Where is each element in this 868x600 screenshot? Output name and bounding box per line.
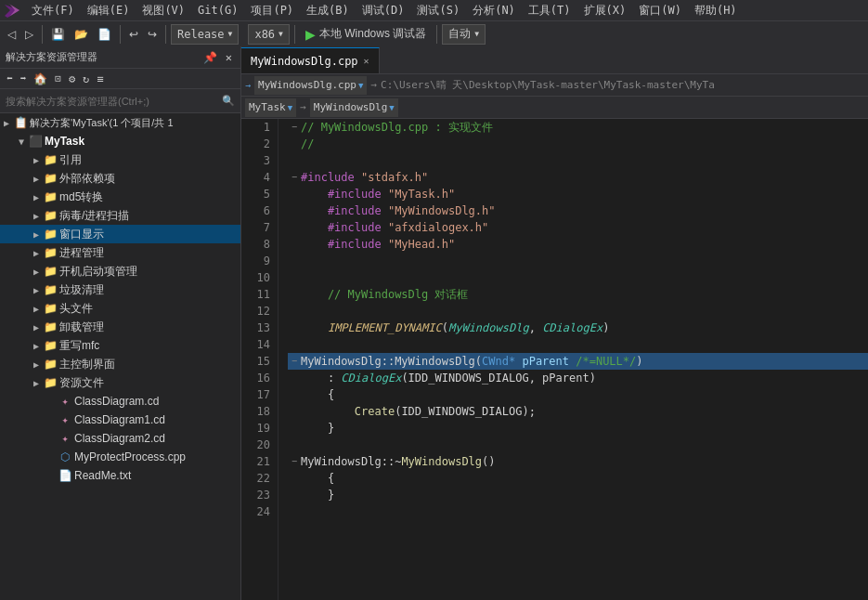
- tree-project[interactable]: ▼ ⬛ MyTask: [0, 132, 240, 150]
- platform-dropdown[interactable]: x86 ▼: [248, 24, 290, 45]
- sidebar-settings-icon[interactable]: ⚙: [66, 72, 78, 86]
- list-item[interactable]: ▶ 📁 头文件: [0, 299, 240, 318]
- list-item[interactable]: ▶ 📁 重写mfc: [0, 336, 240, 355]
- sidebar-pin-icon[interactable]: 📌: [201, 50, 220, 65]
- toolbar-new-file[interactable]: 📄: [94, 26, 115, 43]
- list-item[interactable]: ▶ 📁 开机启动项管理: [0, 262, 240, 280]
- fold-indicator: [288, 303, 301, 320]
- class-dropdown[interactable]: MyTask ▼: [245, 98, 296, 117]
- cd2-label: ClassDiagram1.cd: [72, 413, 165, 426]
- code-line-24: [288, 503, 868, 520]
- fold-indicator: [288, 336, 301, 353]
- fold-indicator[interactable]: −: [288, 353, 301, 370]
- method-arrow-icon: ▼: [389, 103, 394, 112]
- window-icon: 📁: [43, 228, 58, 241]
- toolbar-open[interactable]: 📂: [71, 26, 92, 43]
- list-item[interactable]: ▶ 📁 外部依赖项: [0, 169, 240, 188]
- list-item[interactable]: ▶ 📁 垃圾清理: [0, 280, 240, 299]
- method-dropdown[interactable]: MyWindowsDlg ▼: [310, 98, 398, 117]
- toolbar-redo[interactable]: ↪: [144, 26, 161, 43]
- list-item[interactable]: ▶ 📁 窗口显示: [0, 225, 240, 243]
- sidebar-home-icon[interactable]: 🏠: [31, 72, 50, 86]
- menu-analyze[interactable]: 分析(N): [467, 1, 521, 20]
- list-item[interactable]: ▶ 📄 ReadMe.txt: [0, 466, 240, 485]
- tab-mywindowsdlg[interactable]: MyWindowsDlg.cpp ✕: [241, 47, 380, 73]
- list-item[interactable]: ▶ 📁 进程管理: [0, 243, 240, 262]
- code-line-11: // MyWindowsDlg 对话框: [288, 286, 868, 303]
- menu-project[interactable]: 项目(P): [245, 1, 299, 20]
- list-item[interactable]: ▶ 📁 卸载管理: [0, 318, 240, 336]
- menu-tools[interactable]: 工具(T): [523, 1, 577, 20]
- filename-label: MyWindowsDlg.cpp: [258, 79, 356, 91]
- sidebar-refresh-icon[interactable]: ↻: [80, 72, 92, 86]
- code-content[interactable]: −// MyWindowsDlg.cpp : 实现文件 // −#include…: [279, 119, 868, 600]
- list-item[interactable]: ▶ ✦ ClassDiagram1.cd: [0, 411, 240, 429]
- list-item[interactable]: ▶ 📁 病毒/进程扫描: [0, 206, 240, 225]
- tree-solution[interactable]: ▶ 📋 解决方案'MyTask'(1 个项目/共 1: [0, 113, 240, 132]
- code-line-21: −MyWindowsDlg::~MyWindowsDlg(): [288, 453, 868, 470]
- uninstall-arrow-icon: ▶: [30, 322, 43, 333]
- header-icon: 📁: [43, 302, 58, 315]
- sidebar-filter-icon[interactable]: ⊡: [52, 72, 64, 85]
- tab-close-icon[interactable]: ✕: [364, 56, 369, 66]
- menu-test[interactable]: 测试(S): [411, 1, 465, 20]
- nav-path: C:\Users\晴 天\Desktop\MyTask-master\MyTas…: [381, 78, 864, 92]
- virus-label: 病毒/进程扫描: [58, 208, 129, 224]
- sidebar-search-input[interactable]: [6, 96, 218, 107]
- toolbar-forward[interactable]: ▷: [21, 26, 37, 43]
- menu-git[interactable]: Git(G): [192, 2, 243, 19]
- auto-dropdown[interactable]: 自动 ▼: [442, 24, 486, 45]
- code-line-8: #include "MyHead.h": [288, 236, 868, 253]
- md5-icon: 📁: [43, 190, 58, 203]
- list-item[interactable]: ▶ ✦ ClassDiagram2.cd: [0, 429, 240, 448]
- fold-indicator: [288, 152, 301, 169]
- toolbar: ◁ ▷ 💾 📂 📄 ↩ ↪ Release ▼ x86 ▼ ▶ 本地 Windo…: [0, 20, 868, 46]
- sidebar-header: 解决方案资源管理器 📌 ✕: [0, 46, 240, 69]
- toolbar-undo[interactable]: ↩: [125, 26, 142, 43]
- list-item[interactable]: ▶ ✦ ClassDiagram.cd: [0, 392, 240, 411]
- menu-help[interactable]: 帮助(H): [689, 1, 743, 20]
- fold-indicator[interactable]: −: [288, 119, 301, 136]
- menu-build[interactable]: 生成(B): [301, 1, 355, 20]
- list-item[interactable]: ▶ 📁 md5转换: [0, 188, 240, 206]
- virus-icon: 📁: [43, 209, 58, 222]
- search-icon[interactable]: 🔍: [222, 95, 235, 107]
- code-line-18: Create(IDD_WINDOWS_DIALOG);: [288, 403, 868, 420]
- toolbar-back[interactable]: ◁: [4, 26, 19, 43]
- sidebar-nav-back-icon[interactable]: ⬅: [4, 72, 16, 85]
- proc-icon: 📁: [43, 246, 58, 259]
- fold-indicator: [288, 403, 301, 420]
- main-layout: 解决方案资源管理器 📌 ✕ ⬅ ➡ 🏠 ⊡ ⚙ ↻ ≡ 🔍 ▶ 📋 解决方案'M…: [0, 46, 868, 600]
- code-line-15: −MyWindowsDlg::MyWindowsDlg(CWnd* pParen…: [288, 353, 868, 370]
- menu-window[interactable]: 窗口(W): [633, 1, 687, 20]
- toolbar-save-all[interactable]: 💾: [47, 26, 69, 43]
- virus-arrow-icon: ▶: [30, 211, 43, 221]
- code-line-19: }: [288, 420, 868, 437]
- list-item[interactable]: ▶ 📁 引用: [0, 150, 240, 169]
- sidebar-more-icon[interactable]: ≡: [94, 72, 106, 86]
- sidebar-close-icon[interactable]: ✕: [223, 50, 235, 65]
- sidebar-nav-forward-icon[interactable]: ➡: [18, 72, 30, 85]
- list-item[interactable]: ▶ 📁 主控制界面: [0, 355, 240, 373]
- menu-view[interactable]: 视图(V): [136, 1, 190, 20]
- menu-debug[interactable]: 调试(D): [356, 1, 410, 20]
- config-dropdown[interactable]: Release ▼: [171, 24, 239, 45]
- fold-indicator: [288, 269, 301, 286]
- nav-sep: →: [370, 79, 377, 91]
- menu-extensions[interactable]: 扩展(X): [578, 1, 632, 20]
- menu-file[interactable]: 文件(F): [26, 1, 80, 20]
- uninstall-label: 卸载管理: [58, 320, 104, 335]
- run-button[interactable]: ▶ 本地 Windows 调试器: [300, 24, 432, 44]
- list-item[interactable]: ▶ 📁 资源文件: [0, 373, 240, 392]
- fold-indicator: [288, 386, 301, 403]
- tabs-bar: MyWindowsDlg.cpp ✕: [241, 46, 868, 74]
- config-arrow-icon: ▼: [228, 30, 233, 38]
- menu-edit[interactable]: 编辑(E): [82, 1, 136, 20]
- fold-indicator: [288, 202, 301, 219]
- filename-arrow-icon: ▼: [358, 81, 363, 90]
- filename-dropdown[interactable]: MyWindowsDlg.cpp ▼: [254, 76, 367, 95]
- list-item[interactable]: ▶ ⬡ MyProtectProcess.cpp: [0, 448, 240, 466]
- startup-icon: 📁: [43, 265, 58, 278]
- fold-indicator[interactable]: −: [288, 453, 301, 470]
- fold-indicator[interactable]: −: [288, 169, 301, 186]
